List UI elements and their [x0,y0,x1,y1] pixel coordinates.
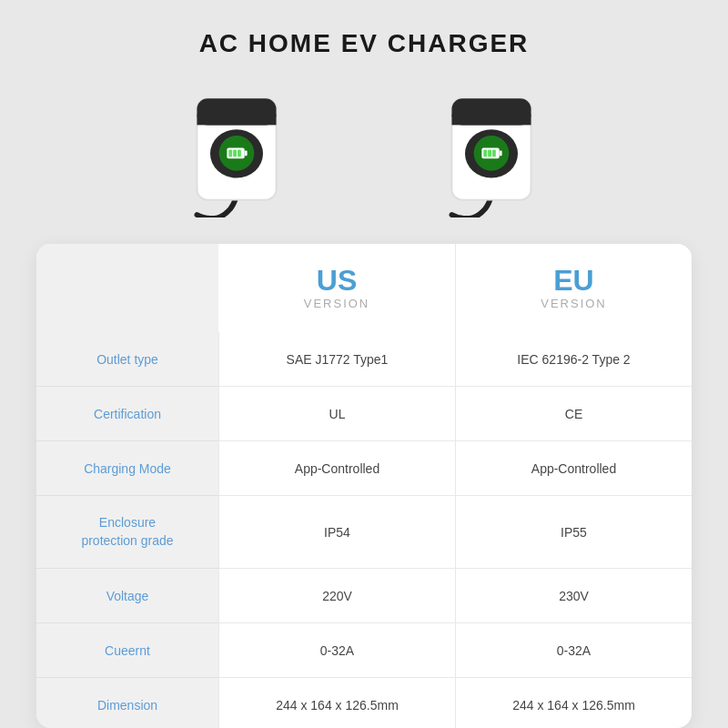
svg-rect-19 [492,149,496,157]
us-charger-image [164,76,309,222]
eu-outlet-type: IEC 62196-2 Type 2 [456,332,692,387]
page-title: AC HOME EV CHARGER [199,29,530,58]
eu-current: 0-32A [456,623,692,678]
comparison-table: US VERSION EU VERSION Outlet type Certif… [36,244,692,728]
svg-rect-8 [233,149,237,157]
us-values-column: SAE J1772 Type1 UL App-Controlled IP54 2… [218,332,455,728]
us-voltage: 220V [219,569,455,623]
us-header: US VERSION [218,244,455,332]
us-version-label: US [237,266,437,295]
svg-rect-6 [245,150,248,156]
eu-dimension: 244 x 164 x 126.5mm [456,678,692,728]
us-charging-mode: App-Controlled [219,441,455,496]
svg-rect-17 [483,149,487,157]
label-protection-grade: Enclosureprotection grade [36,496,218,569]
eu-version-label: EU [474,266,673,295]
label-certification: Certification [36,387,218,441]
label-voltage: Voltage [36,569,218,623]
svg-rect-9 [238,149,241,157]
svg-rect-18 [488,149,491,157]
svg-rect-2 [197,115,276,126]
label-outlet-type: Outlet type [36,332,218,387]
eu-version-sub: VERSION [474,297,673,310]
us-dimension: 244 x 164 x 126.5mm [219,678,455,728]
svg-rect-16 [500,150,502,156]
label-current: Cueernt [36,623,218,678]
table-body: Outlet type Certification Charging Mode … [36,332,692,728]
eu-header: EU VERSION [455,244,692,332]
us-version-sub: VERSION [237,297,437,310]
header-empty-cell [36,244,218,332]
table-header: US VERSION EU VERSION [36,244,692,332]
us-current: 0-32A [219,623,455,678]
svg-rect-12 [451,115,531,126]
eu-charging-mode: App-Controlled [456,441,692,496]
product-images [0,76,728,222]
eu-values-column: IEC 62196-2 Type 2 CE App-Controlled IP5… [455,332,692,728]
us-certification: UL [219,387,455,441]
eu-voltage: 230V [456,569,692,623]
us-outlet-type: SAE J1772 Type1 [219,332,455,387]
us-protection-grade: IP54 [219,496,455,569]
svg-rect-7 [228,149,232,157]
eu-protection-grade: IP55 [456,496,692,569]
label-charging-mode: Charging Mode [36,441,218,496]
eu-charger-image [419,76,564,222]
label-dimension: Dimension [36,678,218,728]
label-column: Outlet type Certification Charging Mode … [36,332,218,728]
eu-certification: CE [456,387,692,441]
